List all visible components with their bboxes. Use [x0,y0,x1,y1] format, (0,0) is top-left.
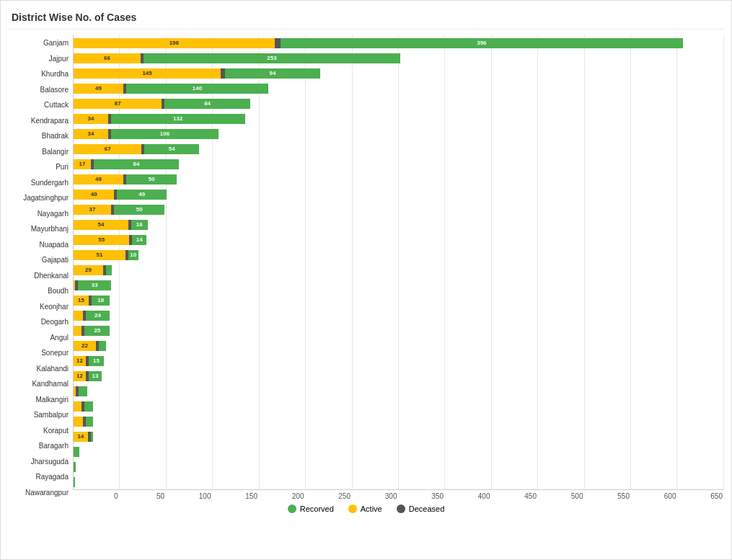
chart-area: GanjamJajpurKhurdhaBalasoreCuttackKendra… [8,35,724,500]
y-label: Dhenkanal [8,268,73,284]
x-tick: 300 [352,492,399,500]
bar-row: 66253 [74,50,724,66]
y-label: Sundergarh [8,175,73,191]
bar-group: 8784 [74,99,250,109]
bar-group: 198396 [74,38,683,48]
active-bar: 55 [74,235,129,245]
recovered-label: Recorved [300,505,334,513]
y-label: Sambalpur [8,407,73,423]
bar-group: 1215 [74,356,104,366]
y-axis: GanjamJajpurKhurdhaBalasoreCuttackKendra… [8,35,73,500]
bar-row: 25 [74,323,724,338]
recovered-bar [106,265,112,275]
x-tick: 550 [585,492,632,500]
y-label: Kalahandi [8,361,73,377]
active-bar: 12 [74,356,86,366]
bar-group: 4950 [74,174,177,185]
active-bar: 22 [74,341,96,351]
bar-row [74,444,724,459]
bar-row: 24 [74,308,724,323]
recovered-bar [74,477,75,487]
bar-group: 29 [74,265,112,275]
bar-row: 34132 [74,111,724,126]
recovered-bar: 106 [111,129,219,139]
bar-row: 5514 [74,232,724,247]
bar-group [74,417,93,427]
bar-group [74,477,75,487]
bar-row: 8784 [74,96,724,111]
bar-group [74,447,79,457]
bar-group [74,401,93,412]
bar-group: 25 [74,326,110,336]
active-bar: 15 [74,295,89,306]
recovered-bar: 14 [132,235,146,245]
recovered-bar: 25 [84,326,110,336]
recovered-bar [74,462,76,472]
recovered-bar [74,447,79,457]
bar-row [74,414,724,429]
x-tick: 650 [678,492,725,500]
recovered-bar: 33 [78,280,111,290]
x-tick: 450 [492,492,539,500]
bar-row: 198396 [74,35,724,50]
recovered-bar: 84 [164,99,250,109]
bar-group: 34106 [74,129,219,139]
bar-row: 22 [74,338,724,353]
x-tick: 600 [631,492,678,500]
active-bar [74,311,83,321]
bar-group: 1518 [74,295,110,306]
bar-group: 22 [74,341,106,351]
y-label: Mayurbhanj [8,221,73,237]
y-label: Baragarh [8,438,73,454]
x-tick: 250 [306,492,353,500]
x-tick: 350 [399,492,446,500]
legend-active: Active [348,505,382,513]
y-label: Nuapada [8,237,73,253]
y-label: Nawarangpur [8,485,73,501]
y-label: Balangir [8,144,73,160]
bar-group: 33 [74,280,111,290]
y-label: Khurdha [8,66,73,82]
y-label: Deogarh [8,314,73,330]
bars-area: 1983966625314594491408784341323410667541… [73,35,724,490]
recovered-bar: 49 [117,190,167,200]
deceased-bar [275,38,281,48]
active-bar: 51 [74,250,125,260]
legend: Recorved Active Deceased [8,505,724,513]
chart-container: District Wise No. of Cases GanjamJajpurK… [0,0,732,560]
bar-row: 4950 [74,172,724,187]
y-label: Jagatsinghpur [8,190,73,206]
recovered-bar [91,432,93,442]
recovered-bar: 132 [111,114,245,124]
bar-row: 34106 [74,126,724,141]
y-label: Nayagarh [8,206,73,222]
recovered-bar: 140 [126,84,268,94]
bar-row: 4049 [74,187,724,202]
bar-group: 1213 [74,371,102,381]
active-bar [74,326,81,336]
active-bar: 34 [74,129,108,139]
bar-group: 5110 [74,250,138,260]
bar-group: 5416 [74,220,148,230]
bar-row: 3750 [74,202,724,217]
y-label: Keonjhar [8,299,73,315]
active-bar: 29 [74,265,103,275]
active-dot [348,505,357,513]
bar-group: 14 [74,432,93,442]
recovered-bar: 253 [144,53,400,63]
bars-and-xaxis: 1983966625314594491408784341323410667541… [73,35,724,500]
active-bar: 37 [74,205,111,215]
bar-group: 24 [74,311,110,321]
bar-row [74,474,724,489]
active-bar: 12 [74,371,86,381]
y-label: Balasore [8,82,73,98]
x-tick: 200 [259,492,306,500]
active-label: Active [361,505,382,513]
recovered-bar: 84 [94,159,179,169]
bar-row: 14 [74,429,724,444]
active-bar: 17 [74,159,91,169]
recovered-bar: 24 [86,311,110,321]
bar-group: 4049 [74,190,167,200]
y-label: Ganjam [8,35,73,51]
bar-group: 3750 [74,205,164,215]
